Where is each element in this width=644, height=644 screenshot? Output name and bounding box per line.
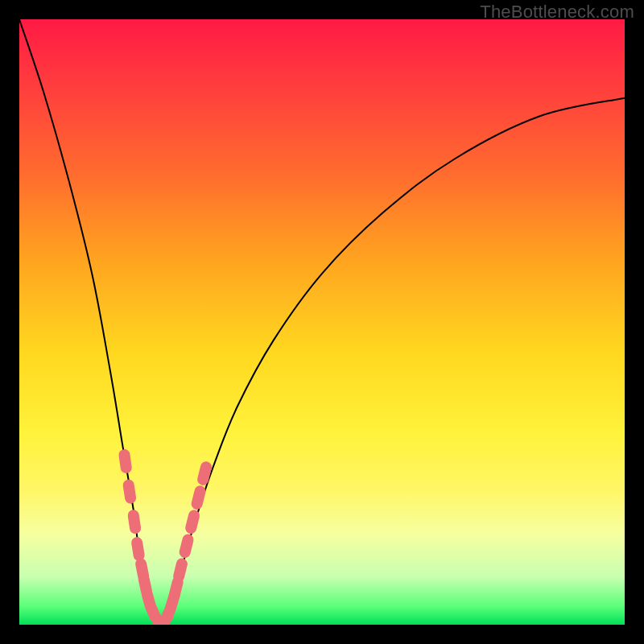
marker-pill [130,536,146,562]
marker-pill [172,557,189,583]
marker-pill [122,479,137,505]
marker-pill [118,448,133,474]
marker-pill [184,509,201,535]
marker-pill [190,485,207,510]
bottleneck-chart [19,19,625,625]
bottleneck-curve [19,19,625,625]
marker-pill [178,533,195,559]
chart-frame [19,19,625,625]
marker-layer [118,448,213,625]
marker-pill [127,509,142,535]
watermark-text: TheBottleneck.com [480,2,634,23]
